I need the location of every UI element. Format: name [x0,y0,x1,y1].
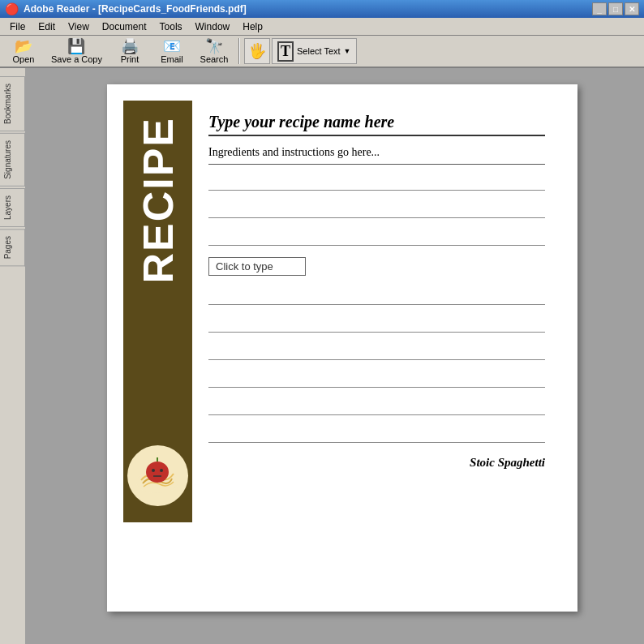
recipe-card: RECIPE [123,101,561,522]
svg-point-3 [152,469,155,472]
click-to-type-field[interactable]: Click to type [208,257,306,276]
menu-view[interactable]: View [62,19,96,34]
select-text-icon: T [277,41,294,62]
dropdown-arrow-icon: ▼ [344,47,351,55]
layers-tab[interactable]: Layers [0,188,25,227]
recipe-line-2 [208,200,545,218]
recipe-vertical-text: RECIPE [134,109,182,292]
save-icon: 💾 [67,39,85,54]
recipe-image [127,445,188,506]
menu-tools[interactable]: Tools [153,19,189,34]
recipe-footer-label: Stoic Spaghetti [208,451,545,470]
open-icon: 📂 [15,39,32,54]
search-label: Search [200,54,229,64]
print-icon: 🖨️ [121,39,139,54]
recipe-line-8 [208,397,545,415]
search-button[interactable]: 🔭 Search [194,36,234,66]
menu-edit[interactable]: Edit [32,19,62,34]
spaghetti-svg [131,449,184,502]
svg-point-4 [160,469,163,472]
select-text-label: Select Text [297,46,341,56]
email-icon: 📧 [163,39,181,54]
select-text-button[interactable]: T Select Text ▼ [272,38,357,64]
menu-document[interactable]: Document [96,19,153,34]
recipe-content: Type your recipe name here Ingredients a… [192,101,561,522]
bookmarks-tab[interactable]: Bookmarks [0,76,25,131]
window-controls[interactable]: _ □ ✕ [592,2,639,15]
search-icon: 🔭 [205,39,223,54]
maximize-button[interactable]: □ [608,2,623,15]
recipe-line-4 [208,287,545,305]
recipe-title: Type your recipe name here [208,113,545,136]
menu-help[interactable]: Help [236,19,269,34]
hand-icon: 🖐 [248,42,266,60]
pages-tab[interactable]: Pages [0,229,25,266]
recipe-subtitle: Ingredients and instructions go here... [208,146,545,165]
toolbar-divider [238,38,240,64]
save-copy-button[interactable]: 💾 Save a Copy [45,36,108,66]
document-area[interactable]: RECIPE [26,68,644,644]
menu-window[interactable]: Window [189,19,237,34]
main-area: Bookmarks Signatures Layers Pages RECIPE [0,68,644,644]
title-bar-text: Adobe Reader - [RecipeCards_FoodFriends.… [24,3,247,15]
left-panel: Bookmarks Signatures Layers Pages [0,68,26,644]
recipe-sidebar: RECIPE [123,101,192,522]
app-icon: 🔴 [5,2,19,15]
recipe-line-6 [208,342,545,360]
close-button[interactable]: ✕ [625,2,639,15]
email-button[interactable]: 📧 Email [152,36,192,66]
recipe-line-1 [208,173,545,191]
recipe-line-9 [208,425,545,443]
save-label: Save a Copy [51,54,102,64]
print-label: Print [121,54,140,64]
recipe-line-7 [208,370,545,388]
toolbar: 📂 Open 💾 Save a Copy 🖨️ Print 📧 Email 🔭 … [0,36,644,68]
svg-point-1 [146,462,169,483]
open-label: Open [13,54,35,64]
minimize-button[interactable]: _ [592,2,607,15]
pdf-page: RECIPE [107,84,577,612]
menu-file[interactable]: File [3,19,32,34]
hand-tool-button[interactable]: 🖐 [244,38,270,64]
email-label: Email [161,54,183,64]
title-bar: 🔴 Adobe Reader - [RecipeCards_FoodFriend… [0,0,644,18]
signatures-tab[interactable]: Signatures [0,133,25,187]
recipe-line-3 [208,228,545,246]
print-button[interactable]: 🖨️ Print [109,36,150,66]
recipe-line-5 [208,315,545,333]
menu-bar: File Edit View Document Tools Window Hel… [0,18,644,36]
open-button[interactable]: 📂 Open [3,36,44,66]
